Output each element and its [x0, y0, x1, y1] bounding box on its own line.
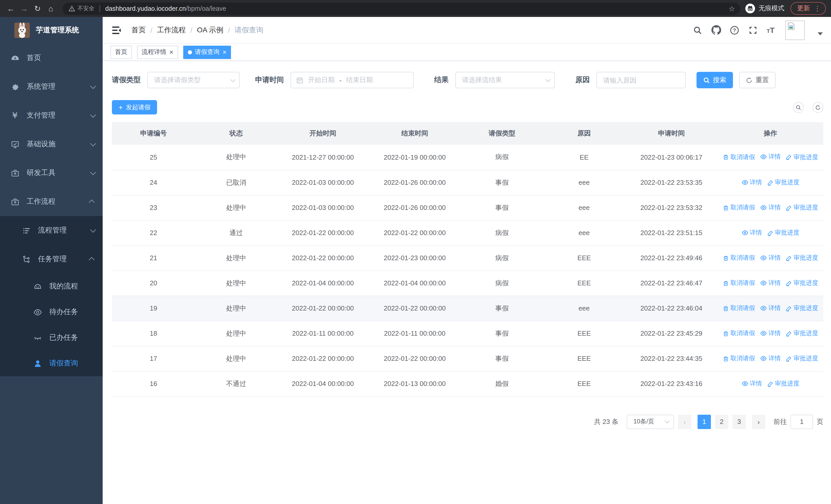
breadcrumb-item[interactable]: 首页 — [132, 25, 146, 35]
pagination: 共 23 条 10条/页 ‹ 123 › 前往 页 — [112, 414, 823, 429]
action-detail-link[interactable]: 详情 — [760, 278, 781, 287]
tab-2[interactable]: 请假查询 × — [183, 46, 231, 59]
security-warning[interactable]: 不安全 — [69, 5, 94, 12]
browser-menu-icon[interactable]: ⋮ — [814, 5, 821, 12]
help-icon[interactable]: ? — [729, 25, 739, 35]
fullscreen-icon[interactable] — [748, 25, 758, 35]
action-progress-link[interactable]: 审批进度 — [767, 228, 799, 237]
page-button-2[interactable]: 2 — [715, 414, 728, 429]
action-detail-link[interactable]: 详情 — [760, 354, 781, 363]
sidebar-item-3[interactable]: 基础设施 — [0, 130, 103, 158]
update-label[interactable]: 更新 — [797, 4, 810, 13]
action-cancel-link[interactable]: 取消请假 — [723, 153, 755, 162]
header-search-icon[interactable] — [693, 25, 703, 35]
cell-applied: 2022-01-22 23:46:47 — [625, 270, 718, 296]
action-detail-link[interactable]: 详情 — [741, 228, 762, 237]
sidebar-item-11[interactable]: 请假查询 — [0, 351, 103, 376]
end-date-placeholder[interactable]: 结束日期 — [346, 76, 373, 85]
refresh-table-button[interactable] — [812, 102, 823, 113]
prev-page-button[interactable]: ‹ — [678, 414, 691, 429]
tab-1[interactable]: 流程详情 × — [137, 46, 178, 59]
tab-0[interactable]: 首页 — [110, 46, 132, 59]
page-size-select[interactable]: 10条/页 — [627, 414, 674, 429]
browser-reload-icon[interactable]: ↻ — [31, 2, 44, 15]
page-button-1[interactable]: 1 — [697, 414, 711, 429]
action-cancel-link[interactable]: 取消请假 — [723, 254, 755, 262]
table-row[interactable]: 19 处理中 2022-01-22 00:00:00 2022-01-22 00… — [112, 296, 823, 321]
action-progress-link[interactable]: 审批进度 — [786, 304, 818, 313]
toggle-search-button[interactable] — [793, 102, 804, 113]
app-logo[interactable]: 芋道管理系统 — [0, 17, 103, 43]
sidebar-item-8[interactable]: 我的流程 — [0, 273, 103, 299]
avatar-dropdown-caret[interactable] — [818, 32, 823, 35]
sidebar-item-9[interactable]: 待办任务 — [0, 299, 103, 325]
sidebar-item-1[interactable]: 系统管理 — [0, 72, 103, 101]
close-icon[interactable]: × — [169, 49, 173, 55]
sidebar-item-7[interactable]: 任务管理 — [0, 245, 103, 273]
cell-type: 事假 — [461, 170, 543, 195]
action-progress-link[interactable]: 审批进度 — [767, 379, 799, 388]
reset-button[interactable]: 重置 — [739, 72, 776, 88]
action-detail-link[interactable]: 详情 — [760, 329, 781, 337]
sidebar-item-0[interactable]: 首页 — [0, 43, 103, 72]
sidebar-item-4[interactable]: 研发工具 — [0, 158, 103, 187]
action-progress-link[interactable]: 审批进度 — [786, 354, 818, 363]
breadcrumb-item[interactable]: OA 示例 — [197, 25, 224, 35]
sidebar-item-2[interactable]: ￥ 支付管理 — [0, 101, 103, 130]
action-cancel-link[interactable]: 取消请假 — [723, 304, 755, 313]
action-detail-link[interactable]: 详情 — [741, 379, 762, 388]
action-progress-link[interactable]: 审批进度 — [767, 178, 799, 187]
browser-forward-icon[interactable]: → — [18, 2, 31, 15]
action-progress-link[interactable]: 审批进度 — [786, 153, 818, 162]
cell-id: 22 — [112, 220, 195, 245]
action-cancel-link[interactable]: 取消请假 — [723, 203, 755, 212]
action-progress-link[interactable]: 审批进度 — [786, 329, 818, 338]
goto-page-input[interactable] — [791, 414, 813, 429]
action-cancel-link[interactable]: 取消请假 — [723, 279, 755, 288]
action-progress-link[interactable]: 审批进度 — [786, 279, 818, 288]
action-detail-link[interactable]: 详情 — [760, 253, 781, 262]
next-page-button[interactable]: › — [752, 414, 765, 429]
table-row[interactable]: 18 处理中 2022-01-11 00:00:00 2022-01-11 00… — [112, 321, 823, 346]
table-row[interactable]: 24 已取消 2022-01-03 00:00:00 2022-01-26 00… — [112, 170, 823, 195]
url-bar[interactable]: 不安全 dashboard.yudao.iocoder.cn /bpm/oa/l… — [63, 2, 740, 14]
table-row[interactable]: 21 处理中 2022-01-22 00:00:00 2022-01-23 00… — [112, 245, 823, 270]
cell-status: 已取消 — [195, 170, 277, 195]
result-select[interactable]: 请选择流结果 — [455, 72, 555, 88]
table-row[interactable]: 22 通过 2022-01-22 00:00:00 2022-01-22 00:… — [112, 220, 823, 245]
action-detail-link[interactable]: 详情 — [741, 178, 762, 186]
sidebar-item-10[interactable]: 已办任务 — [0, 325, 103, 351]
action-cancel-link[interactable]: 取消请假 — [723, 329, 755, 338]
bookmark-star-icon[interactable]: ☆ — [728, 4, 735, 12]
create-leave-button[interactable]: + 发起请假 — [112, 100, 157, 114]
action-progress-link[interactable]: 审批进度 — [786, 203, 818, 212]
sidebar-item-5[interactable]: 工作流程 — [0, 187, 103, 216]
apply-time-range-picker[interactable]: 开始日期 - 结束日期 — [290, 72, 414, 88]
browser-home-icon[interactable]: ⌂ — [44, 2, 57, 15]
leave-type-select[interactable]: 请选择请假类型 — [147, 72, 240, 88]
github-icon[interactable] — [711, 25, 721, 35]
font-size-icon[interactable]: TT — [767, 26, 775, 34]
table-row[interactable]: 16 不通过 2022-01-04 00:00:00 2022-01-13 00… — [112, 371, 823, 396]
browser-update-button[interactable]: 更新 ⋮ — [791, 2, 826, 15]
action-detail-link[interactable]: 详情 — [760, 203, 781, 212]
start-date-placeholder[interactable]: 开始日期 — [308, 76, 335, 85]
browser-back-icon[interactable]: ← — [4, 2, 18, 15]
action-progress-link[interactable]: 审批进度 — [786, 254, 818, 262]
page-button-3[interactable]: 3 — [733, 414, 746, 429]
table-row[interactable]: 17 处理中 2022-01-22 00:00:00 2022-01-22 00… — [112, 346, 823, 371]
close-icon[interactable]: × — [223, 49, 226, 55]
table-row[interactable]: 20 处理中 2022-01-04 00:00:00 2022-01-04 00… — [112, 270, 823, 296]
sidebar-item-6[interactable]: 流程管理 — [0, 216, 103, 245]
table-row[interactable]: 23 处理中 2022-01-03 00:00:00 2022-01-26 00… — [112, 195, 823, 220]
avatar[interactable] — [785, 20, 805, 40]
action-detail-link[interactable]: 详情 — [760, 153, 781, 161]
breadcrumb-item[interactable]: 工作流程 — [157, 25, 186, 35]
reason-input[interactable] — [603, 76, 679, 84]
sidebar-collapse-icon[interactable] — [111, 24, 122, 36]
table-row[interactable]: 25 处理中 2021-12-27 00:00:00 2022-01-19 00… — [112, 145, 823, 170]
search-button[interactable]: 搜索 — [696, 72, 733, 88]
cell-type: 病假 — [461, 220, 543, 245]
action-cancel-link[interactable]: 取消请假 — [723, 354, 755, 363]
action-detail-link[interactable]: 详情 — [760, 304, 781, 312]
